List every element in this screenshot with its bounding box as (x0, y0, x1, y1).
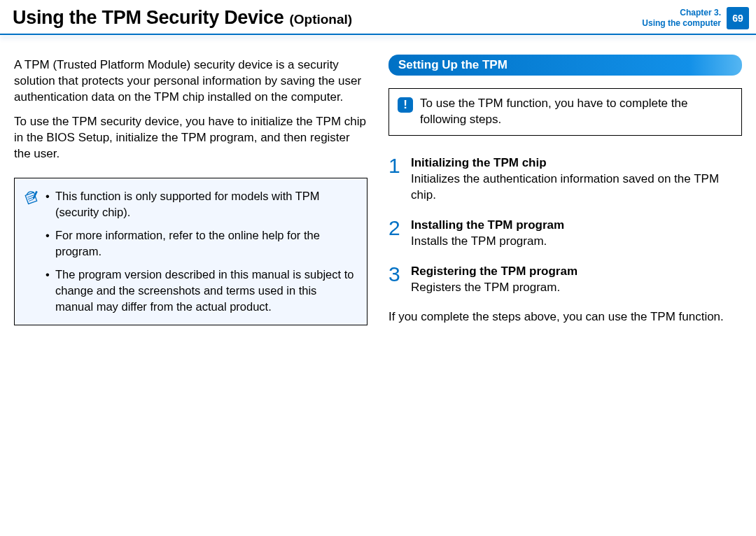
content-area: A TPM (Trusted Platform Module) security… (0, 45, 756, 334)
step-desc: Initializes the authentication informati… (411, 171, 742, 204)
title-block: Using the TPM Security Device (Optional) (13, 7, 352, 29)
note-item: For more information, refer to the onlin… (46, 227, 357, 260)
step-row: 3 Registering the TPM program Registers … (388, 264, 742, 296)
alert-box: ! To use the TPM function, you have to c… (388, 88, 742, 136)
note-list: This function is only supported for mode… (46, 188, 357, 316)
step-title: Registering the TPM program (411, 264, 742, 280)
right-column: Setting Up the TPM ! To use the TPM func… (388, 57, 742, 334)
note-item: The program version described in this ma… (46, 267, 357, 315)
closing-text: If you complete the steps above, you can… (388, 309, 742, 325)
note-box: This function is only supported for mode… (14, 178, 368, 326)
step-desc: Registers the TPM program. (411, 280, 742, 296)
page-title-suffix: (Optional) (289, 12, 352, 27)
step-desc: Installs the TPM program. (411, 234, 742, 250)
step-body: Installing the TPM program Installs the … (411, 218, 742, 250)
step-number: 3 (388, 264, 401, 285)
step-row: 2 Installing the TPM program Installs th… (388, 218, 742, 250)
page-title: Using the TPM Security Device (13, 7, 284, 29)
step-number: 1 (388, 155, 401, 176)
section-heading: Setting Up the TPM (388, 55, 742, 76)
note-icon (23, 190, 40, 205)
page-number: 69 (727, 7, 749, 29)
step-body: Registering the TPM program Registers th… (411, 264, 742, 296)
note-item: This function is only supported for mode… (46, 188, 357, 220)
page-header: Using the TPM Security Device (Optional)… (0, 0, 756, 29)
step-title: Installing the TPM program (411, 218, 742, 234)
step-row: 1 Initializing the TPM chip Initializes … (388, 155, 742, 204)
chapter-text: Chapter 3. Using the computer (642, 8, 721, 29)
alert-text: To use the TPM function, you have to com… (420, 96, 733, 128)
step-title: Initializing the TPM chip (411, 155, 742, 171)
divider (0, 34, 756, 35)
left-column: A TPM (Trusted Platform Module) security… (14, 57, 368, 334)
intro-paragraph-2: To use the TPM security device, you have… (14, 114, 368, 162)
divider-wrapper (0, 34, 756, 45)
chapter-line2: Using the computer (642, 18, 721, 29)
chapter-line1: Chapter 3. (642, 8, 721, 18)
step-number: 2 (388, 218, 401, 239)
intro-paragraph-1: A TPM (Trusted Platform Module) security… (14, 57, 368, 106)
chapter-block: Chapter 3. Using the computer 69 (642, 7, 749, 29)
alert-icon: ! (398, 97, 413, 113)
step-body: Initializing the TPM chip Initializes th… (411, 155, 742, 204)
